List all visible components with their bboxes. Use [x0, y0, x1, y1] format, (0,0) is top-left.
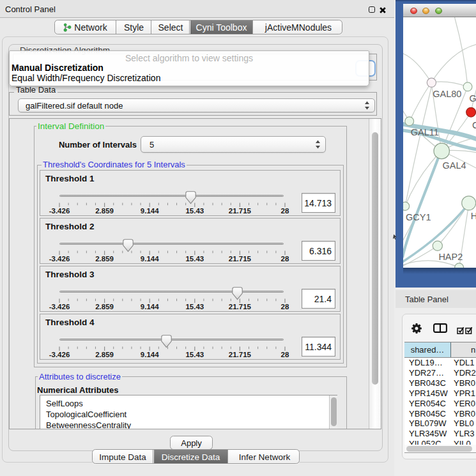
- svg-text:H: H: [471, 211, 476, 221]
- svg-text:HAP2: HAP2: [438, 252, 463, 262]
- svg-text:GAL80: GAL80: [433, 89, 461, 99]
- svg-text:GA: GA: [470, 93, 476, 104]
- svg-text:GAL4: GAL4: [443, 160, 466, 171]
- svg-text:GCY1: GCY1: [406, 212, 431, 222]
- svg-text:GAL11: GAL11: [411, 127, 439, 137]
- svg-text:C: C: [472, 120, 476, 130]
